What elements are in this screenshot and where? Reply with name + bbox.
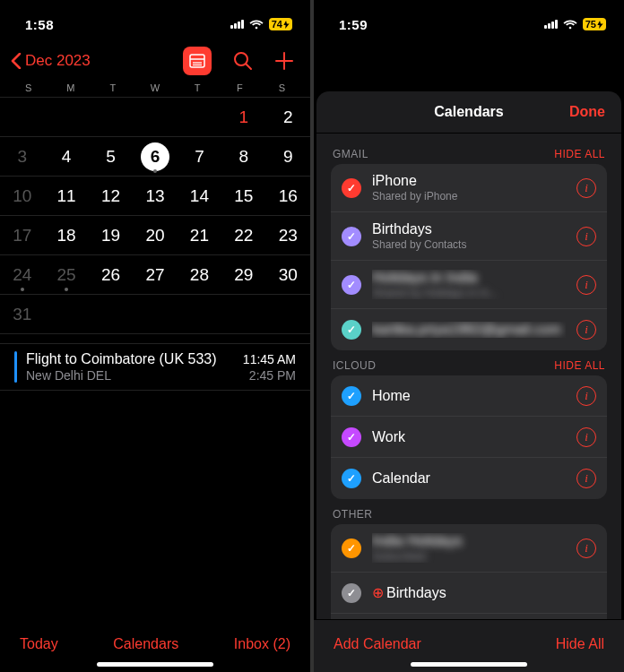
day-cell[interactable]: 27 [133, 261, 177, 289]
day-cell[interactable]: 4 [44, 142, 88, 171]
event-end: 2:45 PM [243, 368, 296, 383]
home-indicator[interactable] [97, 662, 213, 667]
checkbox-icon[interactable] [342, 178, 361, 198]
day-cell[interactable]: 6 [133, 142, 177, 171]
row-title: Work [372, 429, 566, 445]
day-cell[interactable]: 11 [44, 182, 88, 211]
info-icon[interactable]: i [576, 469, 596, 488]
weekday: S [7, 82, 49, 97]
day-cell[interactable]: 5 [89, 142, 133, 171]
day-number: 2 [273, 103, 302, 132]
day-cell[interactable]: 17 [0, 221, 44, 250]
calendars-sheet: Calendars Done GMAIL HIDE ALL iPhoneShar… [316, 91, 621, 672]
day-number: 9 [273, 142, 302, 171]
checkbox-icon[interactable] [342, 427, 361, 447]
day-cell[interactable]: 2 [266, 103, 310, 132]
day-number: 10 [8, 182, 37, 211]
checkbox-icon[interactable] [342, 227, 361, 246]
day-cell[interactable]: 19 [89, 221, 133, 250]
day-cell[interactable]: 15 [221, 182, 265, 211]
section-header-other: OTHER [331, 499, 607, 524]
checkbox-icon[interactable] [342, 538, 361, 558]
info-icon[interactable]: i [576, 427, 596, 447]
day-cell[interactable]: 7 [178, 142, 221, 171]
calendar-row[interactable]: kartika.priya1992@gmail.comi [331, 309, 607, 350]
day-cell[interactable]: 22 [221, 221, 265, 250]
day-number: 31 [8, 300, 37, 329]
day-cell[interactable]: 14 [178, 182, 221, 211]
calendar-row[interactable]: Worki [331, 417, 607, 458]
day-cell[interactable]: 24 [0, 261, 44, 289]
day-cell[interactable]: 29 [221, 261, 265, 289]
day-number: 6 [141, 142, 169, 171]
add-calendar-button[interactable]: Add Calendar [334, 636, 421, 652]
hide-all-button[interactable]: HIDE ALL [554, 359, 605, 372]
day-cell[interactable]: 16 [266, 182, 310, 211]
calendars-button[interactable]: Calendars [113, 636, 178, 652]
hide-all-button[interactable]: Hide All [556, 636, 604, 652]
status-time: 1:59 [339, 17, 368, 32]
info-icon[interactable]: i [576, 538, 596, 558]
add-event-button[interactable] [274, 51, 294, 71]
inbox-button[interactable]: Inbox (2) [234, 636, 290, 652]
row-title: Birthdays [372, 221, 566, 237]
info-icon[interactable]: i [576, 227, 596, 246]
day-cell[interactable]: 20 [133, 221, 177, 250]
back-button[interactable]: Dec 2023 [11, 52, 91, 70]
day-cell[interactable]: 28 [178, 261, 221, 289]
home-indicator[interactable] [411, 662, 527, 667]
checkbox-icon[interactable] [342, 583, 361, 603]
checkbox-icon[interactable] [342, 386, 361, 406]
calendar-row[interactable]: Calendari [331, 458, 607, 499]
status-bar: 1:59 75 [314, 0, 624, 45]
status-bar: 1:58 74 [0, 0, 310, 45]
calendar-row[interactable]: Holidays in IndiaShared by Holidays in I… [331, 261, 607, 309]
day-cell[interactable]: 30 [266, 261, 310, 289]
row-title: Calendar [372, 470, 566, 487]
list-view-toggle[interactable] [183, 47, 212, 75]
row-main: India HolidaysSubscribed [372, 533, 566, 563]
day-cell[interactable]: 8 [221, 142, 265, 171]
today-button[interactable]: Today [20, 636, 58, 652]
day-cell[interactable]: 10 [0, 182, 44, 211]
weekday: F [219, 82, 261, 97]
day-cell[interactable]: 21 [178, 221, 221, 250]
day-cell[interactable]: 12 [89, 182, 133, 211]
info-icon[interactable]: i [576, 386, 596, 406]
row-subtitle: Shared by Contacts [372, 238, 566, 251]
checkbox-icon[interactable] [342, 469, 361, 488]
calendar-row[interactable]: Homei [331, 375, 607, 417]
row-title: ⊕Birthdays [372, 584, 596, 601]
calendar-row[interactable]: BirthdaysShared by Contactsi [331, 212, 607, 261]
day-cell[interactable]: 1 [221, 103, 265, 132]
day-cell[interactable]: 3 [0, 142, 44, 171]
hide-all-button[interactable]: HIDE ALL [554, 148, 605, 160]
info-icon[interactable]: i [576, 320, 596, 340]
calendar-row[interactable]: iPhoneShared by iPhonei [331, 164, 607, 212]
row-title: Holidays in India [372, 270, 566, 286]
day-number: 26 [97, 261, 126, 289]
day-number: 23 [273, 221, 302, 250]
battery-indicator: 74 [269, 18, 292, 30]
day-cell[interactable]: 25 [44, 261, 88, 289]
day-cell[interactable]: 18 [44, 221, 88, 250]
search-button[interactable] [233, 51, 253, 71]
weekday: T [177, 82, 219, 97]
done-button[interactable]: Done [569, 104, 605, 120]
info-icon[interactable]: i [576, 275, 596, 295]
day-cell[interactable]: 13 [133, 182, 177, 211]
day-cell[interactable]: 23 [266, 221, 310, 250]
calendar-row[interactable]: ⊕Birthdays [331, 573, 607, 614]
day-cell[interactable]: 31 [0, 300, 44, 329]
checkbox-icon[interactable] [342, 320, 361, 340]
calendar-row[interactable]: India HolidaysSubscribedi [331, 524, 607, 573]
checkbox-icon[interactable] [342, 275, 361, 295]
day-number: 8 [230, 142, 258, 171]
sheet-body[interactable]: GMAIL HIDE ALL iPhoneShared by iPhoneiBi… [316, 134, 621, 624]
info-icon[interactable]: i [576, 178, 596, 198]
day-number: 3 [8, 142, 37, 171]
event-row[interactable]: Flight to Coimbatore (UK 533) New Delhi … [0, 343, 310, 391]
day-cell[interactable]: 26 [89, 261, 133, 289]
cellular-icon [544, 20, 558, 29]
day-cell[interactable]: 9 [266, 142, 310, 171]
